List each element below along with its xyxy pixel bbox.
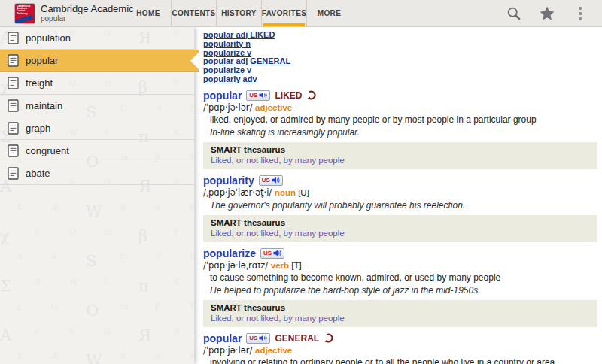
headword: popularity [203, 174, 254, 187]
cross-reference-link[interactable]: popularly adv [203, 75, 257, 84]
grammar-code: [U] [296, 188, 309, 197]
sidebar-item-label: abate [26, 168, 50, 179]
guide-word: GENERAL [275, 332, 319, 344]
part-of-speech: verb [271, 261, 289, 270]
sidebar-item-label: freight [26, 77, 53, 89]
smart-thesaurus-title: SMART thesaurus [211, 218, 590, 228]
pronunciation: /ˌpɑp·jəˈlær·ət̬·i/ [203, 187, 275, 198]
tab-favorites[interactable]: FAVORITES [261, 0, 306, 26]
smart-thesaurus-link[interactable]: Liked, or not liked, by many people [211, 229, 345, 238]
part-of-speech: adjective [255, 103, 292, 112]
tab-label: FAVORITES [262, 9, 307, 17]
sidebar-item-graph[interactable]: graph [0, 117, 194, 140]
smart-thesaurus-box: SMART thesaurusLiked, or not liked, by m… [203, 300, 597, 327]
document-icon [8, 54, 19, 67]
sidebar-item-label: graph [26, 123, 50, 134]
pronunciation-line: /ˈpɑp·jə·lər/ adjective [203, 102, 599, 113]
tab-label: HOME [136, 9, 160, 17]
pronunciation: /ˈpɑp·jə·ləˌrɑɪz/ [203, 260, 271, 271]
app-title: Cambridge Academic [41, 3, 134, 14]
sidebar-item-label: population [26, 32, 71, 44]
pronunciation-line: /ˌpɑp·jəˈlær·ət̬·i/ noun [U] [203, 187, 599, 198]
tab-contents[interactable]: CONTENTS [171, 0, 216, 26]
sidebar-item-congruent[interactable]: congruent [0, 140, 194, 162]
tab-home[interactable]: HOME [126, 0, 171, 26]
app-window: CAMBRIDGEAcademicContentDictionary Cambr… [0, 0, 602, 364]
search-icon[interactable] [503, 2, 525, 25]
pronunciation: /ˈpɑp·jə·lər/ [203, 345, 255, 356]
speaker-icon [273, 247, 281, 259]
part-of-speech: adjective [255, 346, 292, 355]
headword: popularize [203, 247, 256, 259]
current-word-subtitle: popular [41, 14, 134, 23]
pronunciation-line: /ˈpɑp·jə·ləˌrɑɪz/ verb [T] [203, 260, 599, 271]
dictionary-entry: popularUSGENERAL/ˈpɑp·jə·lər/ adjectivei… [203, 332, 599, 364]
us-label: US [262, 177, 270, 184]
headword-line: popularizeUS [203, 247, 599, 259]
favorites-word-list: populationpopularfreightmaintaingraphcon… [0, 27, 194, 185]
grammar-code: [T] [289, 261, 302, 270]
smart-thesaurus-box: SMART thesaurusLiked, or not liked, by m… [203, 215, 597, 242]
headword: popular [203, 332, 242, 344]
pronunciation: /ˈpɑp·jə·lər/ [203, 102, 255, 113]
sidebar-item-label: congruent [26, 145, 69, 156]
app-logo-icon: CAMBRIDGEAcademicContentDictionary [15, 4, 35, 23]
dictionary-entry: popularizeUS/ˈpɑp·jə·ləˌrɑɪz/ verb [T]to… [203, 247, 599, 327]
topbar-actions [503, 0, 602, 26]
us-pronunciation-button[interactable]: US [260, 248, 284, 259]
sidebar-item-label: maintain [26, 100, 62, 111]
favorites-sidebar: A∂SΩЯBΣÆWüπKχGOmβTA∂SΩЯBΣÆWüπKχGOmβTA∂SΩ… [0, 27, 194, 364]
star-icon[interactable] [536, 2, 558, 25]
us-pronunciation-button[interactable]: US [246, 90, 270, 101]
document-icon [8, 122, 19, 135]
sidebar-item-maintain[interactable]: maintain [0, 95, 194, 117]
speaker-icon [259, 332, 267, 344]
tab-label: HISTORY [221, 9, 257, 17]
us-pronunciation-button[interactable]: US [259, 175, 283, 186]
tab-label: MORE [318, 9, 342, 17]
tab-more[interactable]: MORE [306, 0, 351, 26]
part-of-speech: noun [275, 188, 296, 197]
entry-list: popularUSLIKED/ˈpɑp·jə·lər/ adjectivelik… [203, 89, 599, 364]
smart-thesaurus-title: SMART thesaurus [211, 303, 590, 313]
sidebar-item-label: popular [26, 55, 58, 66]
jump-to-entry-icon[interactable] [324, 333, 333, 343]
document-icon [8, 167, 19, 180]
app-brand: CAMBRIDGEAcademicContentDictionary Cambr… [0, 0, 126, 26]
smart-thesaurus-link[interactable]: Liked, or not liked, by many people [211, 156, 345, 165]
example-sentence: The governor's popularity will probably … [203, 200, 599, 211]
sidebar-item-population[interactable]: population [0, 27, 194, 50]
smart-thesaurus-box: SMART thesaurusLiked, or not liked, by m… [203, 142, 597, 169]
definition-panel: popular adj LIKEDpopularity npopularize … [194, 27, 602, 364]
example-sentence: He helped to popularize the hard-bop sty… [203, 285, 599, 296]
document-icon [8, 32, 19, 44]
cross-reference-link[interactable]: popularity n [203, 40, 251, 49]
smart-thesaurus-link[interactable]: Liked, or not liked, by many people [211, 314, 345, 323]
overflow-menu-icon[interactable] [569, 2, 591, 25]
tab-history[interactable]: HISTORY [216, 0, 261, 26]
headword-line: popularUSLIKED [203, 89, 599, 102]
tab-label: CONTENTS [172, 9, 215, 17]
us-pronunciation-button[interactable]: US [246, 333, 270, 344]
definition-text: to cause something to become known, admi… [203, 272, 599, 283]
topbar: CAMBRIDGEAcademicContentDictionary Cambr… [0, 0, 602, 27]
dictionary-entry: popularUSLIKED/ˈpɑp·jə·lər/ adjectivelik… [203, 89, 599, 169]
us-label: US [249, 93, 257, 99]
jump-to-entry-icon[interactable] [306, 90, 316, 100]
cross-reference-list: popular adj LIKEDpopularity npopularize … [203, 31, 599, 84]
tab-bar: HOMECONTENTSHISTORYFAVORITESMORE [126, 0, 351, 26]
headword: popular [203, 89, 242, 102]
document-icon [8, 144, 19, 157]
us-label: US [263, 250, 272, 256]
definition-text: involving or relating to ordinary people… [203, 357, 599, 364]
headword-line: popularUSGENERAL [203, 332, 599, 344]
pronunciation-line: /ˈpɑp·jə·lər/ adjective [203, 345, 599, 356]
sidebar-item-freight[interactable]: freight [0, 72, 194, 95]
speaker-icon [272, 174, 280, 187]
sidebar-item-popular[interactable]: popular [0, 50, 199, 72]
guide-word: LIKED [275, 89, 302, 102]
speaker-icon [259, 89, 267, 102]
sidebar-item-abate[interactable]: abate [0, 162, 194, 185]
headword-line: popularityUS [203, 174, 599, 187]
example-sentence: In-line skating is increasingly popular. [203, 127, 599, 138]
